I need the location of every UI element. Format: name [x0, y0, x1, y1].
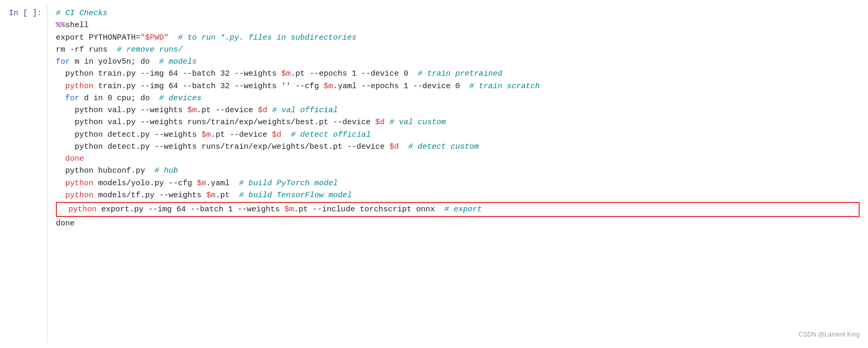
code-line-18: done	[56, 218, 860, 230]
code-line-5: for m in yolov5n; do # models	[56, 56, 860, 68]
code-line-15: python models/yolo.py --cfg $m.yaml # bu…	[56, 177, 860, 189]
code-line-17-highlighted: python export.py --img 64 --batch 1 --we…	[56, 202, 860, 217]
code-line-10: python val.py --weights runs/train/exp/w…	[56, 116, 860, 128]
code-line-1: # CI Checks	[56, 7, 860, 19]
code-line-8: for d in 0 cpu; do # devices	[56, 92, 860, 104]
code-line-16: python models/tf.py --weights $m.pt # bu…	[56, 189, 860, 201]
watermark: CSDN @Lament King	[799, 330, 860, 340]
cell-label: In [ ]:	[9, 7, 42, 19]
code-line-6: python train.py --img 64 --batch 32 --we…	[56, 68, 860, 80]
cell-content: # CI Checks %%shell export PYTHONPATH="$…	[47, 5, 868, 343]
code-line-14: python hubconf.py # hub	[56, 165, 860, 177]
code-line-9: python val.py --weights $m.pt --device $…	[56, 104, 860, 116]
code-line-7: python train.py --img 64 --batch 32 --we…	[56, 80, 860, 92]
notebook-cell: In [ ]: # CI Checks %%shell export PYTHO…	[0, 0, 868, 348]
code-line-12: python detect.py --weights runs/train/ex…	[56, 141, 860, 153]
code-line-13: done	[56, 153, 860, 165]
code-line-11: python detect.py --weights $m.pt --devic…	[56, 129, 860, 141]
cell-gutter: In [ ]:	[0, 5, 47, 343]
code-line-4: rm -rf runs # remove runs/	[56, 44, 860, 56]
code-line-3: export PYTHONPATH="$PWD" # to run *.py. …	[56, 32, 860, 44]
code-line-2: %%shell	[56, 19, 860, 31]
